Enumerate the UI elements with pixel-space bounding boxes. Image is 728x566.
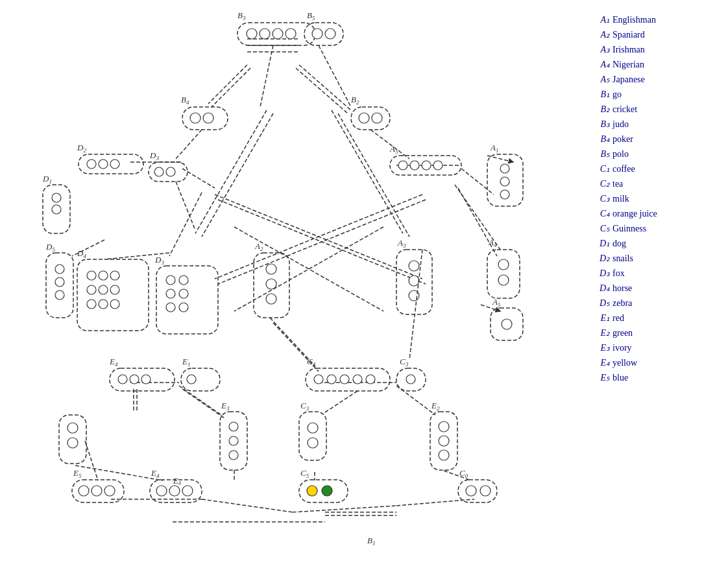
main-container: .dashed { stroke: #333; stroke-width: 1.… [0,0,728,566]
svg-rect-46 [351,107,390,130]
legend-item: E₂green [592,326,722,340]
svg-line-170 [176,182,195,230]
legend-item: B₁go [592,88,722,101]
svg-point-87 [99,300,108,309]
svg-line-172 [176,130,202,159]
legend-item: A₃Irishman [592,43,722,56]
svg-point-139 [308,423,318,433]
svg-line-173 [260,45,273,107]
legend-key: E₄ [592,356,610,370]
legend-item: E₁red [592,311,722,325]
svg-text:D1: D1 [42,174,52,185]
legend-item: C₅Guinness [592,222,722,235]
svg-point-40 [325,29,335,39]
svg-point-128 [366,375,375,384]
svg-text:E1: E1 [182,357,190,368]
svg-point-104 [409,261,419,271]
svg-rect-108 [487,250,520,298]
legend-value: Englishman [613,13,656,27]
svg-point-96 [179,303,188,312]
svg-point-127 [353,375,362,384]
svg-point-124 [314,375,323,384]
svg-text:E4: E4 [109,357,118,368]
svg-point-72 [52,205,61,214]
svg-point-109 [498,259,509,270]
legend-key: E₅ [592,371,610,384]
legend-key: E₃ [592,341,610,355]
svg-text:B5: B5 [307,10,315,21]
svg-point-86 [87,300,96,309]
svg-point-134 [229,422,238,431]
svg-point-60 [398,161,407,170]
legend-value: ivory [613,341,632,355]
svg-rect-138 [299,412,326,460]
legend-item: A₁Englishman [592,13,722,27]
legend-key: C₄ [592,207,610,220]
svg-text:C3: C3 [400,357,409,368]
svg-point-126 [340,375,349,384]
svg-point-61 [410,161,419,170]
legend-value: Guinness [613,222,646,235]
svg-point-53 [110,159,119,169]
svg-point-148 [439,436,449,446]
svg-line-171 [370,130,409,159]
svg-line-190 [75,466,163,480]
svg-point-143 [307,486,317,496]
svg-point-110 [498,275,509,285]
svg-point-161 [156,486,167,496]
legend-item: A₄Nigerian [592,58,722,71]
svg-text:B1: B1 [367,536,375,547]
legend-item: E₄yellow [592,356,722,370]
svg-point-84 [99,285,108,294]
svg-point-162 [169,486,180,496]
svg-rect-38 [304,23,343,45]
svg-point-153 [480,486,491,496]
legend-item: D₃fox [592,266,722,280]
legend-key: E₁ [592,311,610,325]
legend-item: C₃milk [592,192,722,206]
legend-key: B₃ [592,117,610,131]
svg-line-174 [319,45,351,107]
svg-line-29 [396,499,474,506]
svg-line-10 [461,169,494,195]
svg-point-158 [104,486,115,496]
svg-text:E2: E2 [431,401,440,412]
legend-key: C₁ [592,162,610,176]
legend-item: D₂snails [592,252,722,265]
svg-point-62 [422,161,431,170]
svg-point-51 [87,159,96,169]
legend-value: dog [613,237,626,250]
svg-point-68 [500,190,509,199]
legend-key: D₂ [592,252,610,265]
svg-point-100 [266,279,276,289]
svg-text:E4: E4 [173,476,181,486]
legend-value: poker [613,132,633,146]
svg-point-95 [166,303,175,312]
legend-key: A₁ [592,13,610,27]
svg-point-63 [433,161,443,170]
legend-key: C₂ [592,177,610,191]
legend-item: B₄poker [592,132,722,146]
svg-line-23 [182,389,224,418]
legend-item: D₄horse [592,281,722,295]
svg-point-149 [439,450,449,460]
legend-value: polo [613,147,629,161]
legend-value: coffee [613,162,635,176]
svg-point-157 [91,486,102,496]
svg-point-92 [179,276,188,285]
legend-key: D₁ [592,237,610,250]
svg-point-94 [179,289,188,298]
svg-line-30 [487,156,513,162]
svg-point-83 [87,285,96,294]
svg-line-189 [85,441,98,480]
legend-key: D₃ [592,266,610,280]
legend-value: red [613,311,624,325]
svg-line-175 [169,193,202,256]
legend-value: Japanese [613,73,645,86]
svg-point-93 [166,289,175,298]
svg-text:B4: B4 [181,95,189,106]
svg-point-163 [182,486,193,496]
legend-value: yellow [613,356,637,370]
legend-key: A₃ [592,43,610,56]
svg-point-144 [322,486,332,496]
